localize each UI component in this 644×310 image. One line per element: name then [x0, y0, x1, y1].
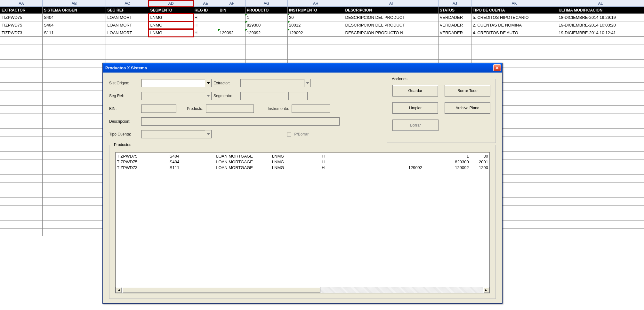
- cell[interactable]: [0, 229, 43, 236]
- cell[interactable]: [218, 52, 246, 60]
- cell[interactable]: VERDADER: [438, 21, 471, 29]
- col-header-AE[interactable]: AE: [193, 0, 218, 7]
- cell[interactable]: [43, 37, 106, 44]
- cell[interactable]: [0, 67, 43, 75]
- header-cell[interactable]: SISTEMA ORIGEN: [43, 7, 106, 14]
- cell[interactable]: [557, 106, 644, 113]
- cell[interactable]: [43, 221, 106, 229]
- cell[interactable]: [43, 229, 106, 236]
- cell[interactable]: DESCRIPCION PRODUCTO N: [344, 29, 438, 37]
- cell[interactable]: 30: [288, 14, 344, 21]
- cell[interactable]: [43, 205, 106, 213]
- cell[interactable]: [0, 90, 43, 98]
- cell[interactable]: [557, 37, 644, 44]
- header-cell[interactable]: STATUS: [438, 7, 471, 14]
- cell[interactable]: [557, 129, 644, 136]
- cell[interactable]: [43, 75, 106, 83]
- cell[interactable]: [0, 167, 43, 175]
- cell[interactable]: 829300: [245, 21, 287, 29]
- cell[interactable]: [557, 159, 644, 167]
- cell[interactable]: [438, 37, 471, 44]
- cell[interactable]: [0, 75, 43, 83]
- col-header-AJ[interactable]: AJ: [438, 0, 471, 7]
- header-cell[interactable]: ULTIMA MODIFICACION: [557, 7, 644, 14]
- cell[interactable]: VERDADER: [438, 29, 471, 37]
- limpiar-button[interactable]: Limpiar: [392, 102, 438, 114]
- cell[interactable]: [43, 152, 106, 159]
- field-bin[interactable]: [141, 105, 176, 113]
- cell[interactable]: 129092: [288, 29, 344, 37]
- header-cell[interactable]: DESCRIPCION: [344, 7, 438, 14]
- close-icon[interactable]: ✕: [493, 64, 501, 71]
- cell[interactable]: [193, 37, 218, 44]
- cell[interactable]: [0, 98, 43, 106]
- cell[interactable]: [557, 67, 644, 75]
- scroll-track[interactable]: [122, 287, 483, 293]
- cell[interactable]: [557, 152, 644, 159]
- col-header-AG[interactable]: AG: [245, 0, 287, 7]
- header-cell[interactable]: EXTRACTOR: [0, 7, 43, 14]
- cell[interactable]: 4. CREDITOS DE AUTO: [471, 29, 557, 37]
- cell[interactable]: [193, 44, 218, 52]
- cell[interactable]: H: [193, 14, 218, 21]
- cell[interactable]: [106, 52, 149, 60]
- cell[interactable]: 129092: [245, 29, 287, 37]
- checkbox-p-borrar[interactable]: [287, 132, 291, 136]
- cell[interactable]: [0, 198, 43, 205]
- cell[interactable]: [344, 44, 438, 52]
- cell[interactable]: [557, 221, 644, 229]
- cell[interactable]: [43, 182, 106, 190]
- scroll-thumb[interactable]: [122, 287, 320, 293]
- header-cell[interactable]: REG ID: [193, 7, 218, 14]
- col-header-AH[interactable]: AH: [288, 0, 344, 7]
- cell[interactable]: [0, 144, 43, 152]
- borrar-todo-button[interactable]: Borrar Todo: [445, 85, 490, 97]
- cell[interactable]: [471, 44, 557, 52]
- col-header-AD[interactable]: AD: [149, 0, 193, 7]
- cell[interactable]: LNMG: [149, 14, 193, 21]
- cell[interactable]: [43, 136, 106, 144]
- cell[interactable]: [0, 121, 43, 129]
- cell[interactable]: [557, 205, 644, 213]
- field-segmento-2[interactable]: [288, 92, 308, 100]
- cell[interactable]: [245, 52, 287, 60]
- cell[interactable]: S404: [43, 14, 106, 21]
- cell[interactable]: [43, 90, 106, 98]
- cell[interactable]: [0, 213, 43, 221]
- field-instrumento[interactable]: [292, 105, 330, 113]
- cell[interactable]: LOAN MORT: [106, 29, 149, 37]
- cell[interactable]: [43, 190, 106, 198]
- cell[interactable]: [43, 129, 106, 136]
- cell[interactable]: 2. CUENTAS DE NÓMINA: [471, 21, 557, 29]
- cell[interactable]: [0, 106, 43, 113]
- combo-sist-origen[interactable]: [141, 79, 212, 87]
- list-item[interactable]: TIZPWD75S404LOAN MORTGAGELNMGH130: [117, 153, 488, 159]
- cell[interactable]: H: [193, 29, 218, 37]
- col-header-AC[interactable]: AC: [106, 0, 149, 7]
- cell[interactable]: LNMG: [149, 29, 193, 37]
- cell[interactable]: [557, 213, 644, 221]
- cell[interactable]: [43, 175, 106, 182]
- col-header-AK[interactable]: AK: [471, 0, 557, 7]
- cell[interactable]: H: [193, 21, 218, 29]
- cell[interactable]: [245, 44, 287, 52]
- cell[interactable]: [43, 98, 106, 106]
- productos-list[interactable]: TIZPWD75S404LOAN MORTGAGELNMGH130TIZPWD7…: [115, 152, 490, 293]
- cell[interactable]: [0, 52, 43, 60]
- cell[interactable]: [0, 221, 43, 229]
- cell[interactable]: 1: [245, 14, 287, 21]
- cell[interactable]: TIZPWD75: [0, 14, 43, 21]
- cell[interactable]: [43, 52, 106, 60]
- cell[interactable]: [43, 83, 106, 90]
- cell[interactable]: S111: [43, 29, 106, 37]
- col-header-AF[interactable]: AF: [218, 0, 246, 7]
- cell[interactable]: [218, 44, 246, 52]
- guardar-button[interactable]: Guardar: [392, 85, 438, 97]
- cell[interactable]: [344, 37, 438, 44]
- cell[interactable]: [288, 52, 344, 60]
- cell[interactable]: [43, 213, 106, 221]
- cell[interactable]: DESCRIPCION DEL PRODUCT: [344, 21, 438, 29]
- cell[interactable]: [0, 129, 43, 136]
- col-header-AB[interactable]: AB: [43, 0, 106, 7]
- cell[interactable]: TIZPWD75: [0, 21, 43, 29]
